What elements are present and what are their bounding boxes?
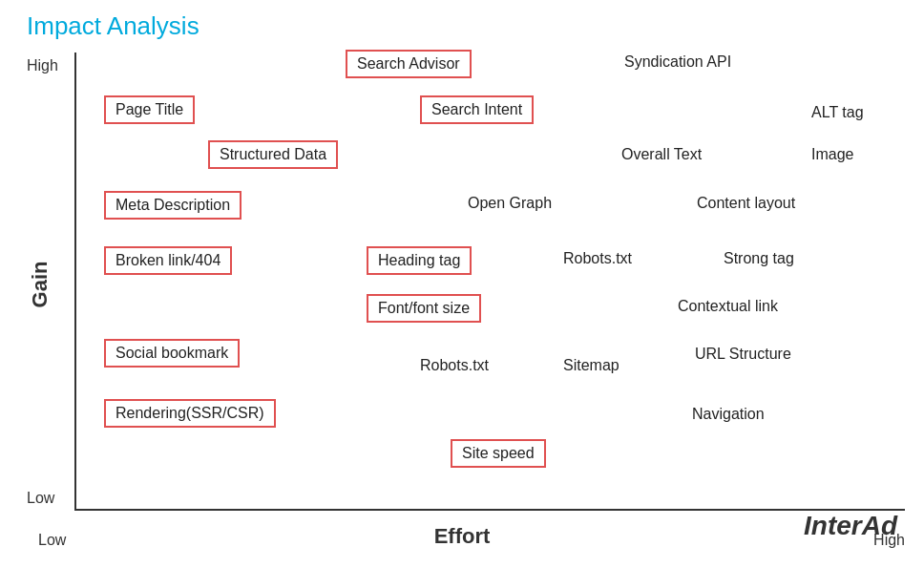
robots-txt-2: Robots.txt: [410, 353, 498, 378]
low-y-label: Low: [27, 490, 54, 507]
structured-data: Structured Data: [208, 140, 338, 169]
robots-txt-1: Robots.txt: [554, 246, 641, 271]
x-axis: [74, 509, 905, 511]
alt-tag: ALT tag: [802, 100, 873, 125]
search-intent: Search Intent: [420, 95, 534, 124]
rendering: Rendering(SSR/CSR): [104, 399, 276, 428]
strong-tag: Strong tag: [714, 246, 804, 271]
font-size: Font/font size: [367, 294, 481, 323]
site-speed: Site speed: [451, 439, 546, 468]
contextual-link: Contextual link: [668, 294, 788, 319]
image: Image: [802, 142, 863, 167]
page-title: Page Title: [104, 95, 195, 124]
content-layout: Content layout: [687, 191, 805, 216]
broken-link: Broken link/404: [104, 246, 232, 275]
overall-text: Overall Text: [612, 142, 711, 167]
heading-tag: Heading tag: [367, 246, 472, 275]
page-title: Impact Analysis: [27, 11, 200, 41]
social-bookmark: Social bookmark: [104, 339, 240, 368]
search-advisor: Search Advisor: [346, 50, 472, 78]
sitemap: Sitemap: [554, 353, 629, 378]
syndication-api: Syndication API: [615, 50, 741, 74]
high-y-label: High: [27, 57, 58, 74]
y-axis: [74, 53, 76, 511]
url-structure: URL Structure: [685, 342, 801, 367]
navigation: Navigation: [682, 402, 774, 427]
low-x-label: Low: [38, 532, 66, 549]
meta-description: Meta Description: [104, 191, 242, 220]
effort-label: Effort: [434, 524, 491, 549]
gain-label: Gain: [28, 261, 52, 307]
interad-watermark: InterAd: [804, 511, 897, 541]
open-graph: Open Graph: [458, 191, 561, 216]
